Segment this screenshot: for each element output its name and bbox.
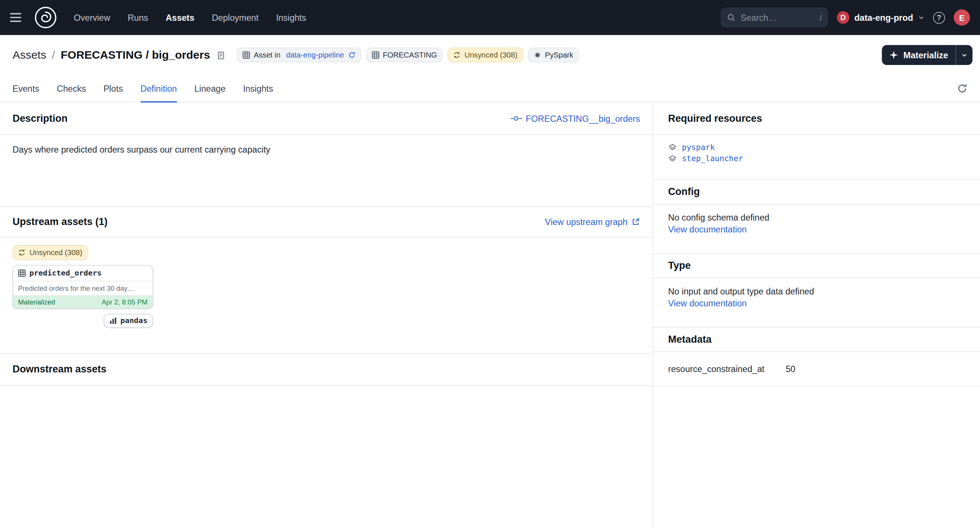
search-box[interactable]: / <box>721 8 828 27</box>
pandas-compute-tag[interactable]: pandas <box>103 314 153 328</box>
asset-node-header: predicted_orders <box>13 266 152 281</box>
tab-plots[interactable]: Plots <box>103 75 123 102</box>
sparkle-icon <box>890 51 899 59</box>
sync-icon <box>453 51 461 59</box>
help-icon[interactable]: ? <box>933 11 945 23</box>
search-input[interactable] <box>741 13 815 23</box>
search-icon <box>727 13 736 22</box>
nav-item-overview[interactable]: Overview <box>74 13 110 23</box>
description-text: Days where predicted orders surpass our … <box>0 135 652 207</box>
asset-group-icon <box>372 51 379 59</box>
description-heading: Description <box>13 113 68 124</box>
materialize-button-group: Materialize <box>882 45 972 65</box>
asset-node-status-bar: Materialized Apr 2, 8:05 PM <box>13 296 152 308</box>
materialize-label: Materialize <box>904 50 948 60</box>
copy-asset-key-icon[interactable] <box>216 51 226 60</box>
type-empty-text: No input and output type data defined <box>668 286 965 296</box>
resource-name: pyspark <box>682 143 715 152</box>
metadata-key: resource_constrained_at <box>653 352 786 386</box>
nav-item-insights[interactable]: Insights <box>276 13 306 23</box>
upstream-unsynced-badge[interactable]: Unsynced (308) <box>13 245 88 260</box>
chevron-down-icon <box>918 14 924 21</box>
materialize-dropdown-button[interactable] <box>956 45 972 65</box>
resource-layers-icon <box>668 143 677 152</box>
nav-item-runs[interactable]: Runs <box>128 13 148 23</box>
nav-item-assets[interactable]: Assets <box>165 13 194 23</box>
downstream-heading: Downstream assets <box>13 364 107 375</box>
nav-links: Overview Runs Assets Deployment Insights <box>74 13 306 23</box>
graph-node-icon <box>511 115 522 122</box>
config-body: No config schema defined View documentat… <box>653 205 980 253</box>
pandas-tag-label: pandas <box>120 316 147 325</box>
upstream-asset-node[interactable]: predicted_orders Predicted orders for th… <box>13 265 153 309</box>
nav-item-deployment[interactable]: Deployment <box>212 13 259 23</box>
upstream-header-row: Upstream assets (1) View upstream graph <box>0 207 652 238</box>
org-name: data-eng-prod <box>854 13 913 23</box>
resource-layers-icon <box>668 154 677 163</box>
config-heading: Config <box>653 179 980 204</box>
tab-insights[interactable]: Insights <box>243 75 273 102</box>
job-graph-link[interactable]: FORECASTING__big_orders <box>511 114 640 124</box>
table-icon <box>18 270 25 277</box>
pipeline-link[interactable]: data-eng-pipeline <box>286 51 344 59</box>
tag-asset-group-label: FORECASTING <box>383 51 437 59</box>
breadcrumb-separator: / <box>52 48 55 61</box>
org-switcher[interactable]: D data-eng-prod <box>837 11 924 24</box>
type-body: No input and output type data defined Vi… <box>653 278 980 327</box>
tag-compute-pyspark[interactable]: PySpark <box>528 48 579 62</box>
dagster-logo-icon[interactable] <box>34 6 57 29</box>
tag-unsynced-label: Unsynced (308) <box>465 51 517 59</box>
config-empty-text: No config schema defined <box>668 212 965 223</box>
upstream-unsynced-label: Unsynced (308) <box>29 248 83 257</box>
sync-icon <box>18 249 25 256</box>
page-refresh-icon[interactable] <box>957 83 968 94</box>
tag-compute-label: PySpark <box>545 51 573 59</box>
resource-link-step-launcher[interactable]: step_launcher <box>668 154 965 163</box>
metadata-table: resource_constrained_at 50 <box>653 352 980 386</box>
user-avatar[interactable]: E <box>954 9 970 25</box>
downstream-header-row: Downstream assets <box>0 353 652 386</box>
metadata-heading: Metadata <box>653 327 980 352</box>
metadata-row: resource_constrained_at 50 <box>653 352 980 386</box>
tag-asset-in-prefix: Asset in <box>254 51 281 59</box>
tag-unsynced-badge[interactable]: Unsynced (308) <box>448 48 523 62</box>
materialized-timestamp: Apr 2, 8:05 PM <box>102 298 148 305</box>
required-resources-list: pyspark step_launcher <box>653 135 980 180</box>
upstream-assets-body: Unsynced (308) predicted_orders Predicte… <box>0 238 652 353</box>
page-header: Assets / FORECASTING / big_orders Asset … <box>0 35 980 75</box>
dagster-app: Overview Runs Assets Deployment Insights… <box>0 0 980 528</box>
job-graph-link-label: FORECASTING__big_orders <box>526 114 640 124</box>
type-view-documentation-link[interactable]: View documentation <box>668 298 747 308</box>
definition-sidebar: Required resources pyspark step_launcher… <box>653 102 980 528</box>
tab-definition[interactable]: Definition <box>140 75 177 102</box>
external-link-icon <box>632 218 640 226</box>
refresh-icon[interactable] <box>348 51 355 59</box>
asset-node-description: Predicted orders for the next 30 day… <box>13 281 152 296</box>
breadcrumb-assets-link[interactable]: Assets <box>13 48 46 61</box>
materialize-button[interactable]: Materialize <box>882 45 956 65</box>
view-upstream-graph-link[interactable]: View upstream graph <box>545 217 640 227</box>
tab-checks[interactable]: Checks <box>57 75 86 102</box>
materialized-status: Materialized <box>18 298 55 305</box>
view-upstream-graph-label: View upstream graph <box>545 217 627 227</box>
type-heading: Type <box>653 253 980 278</box>
compute-tag-row: pandas <box>13 314 153 328</box>
tag-asset-group[interactable]: FORECASTING <box>366 48 443 62</box>
hamburger-menu-icon[interactable] <box>10 9 26 25</box>
description-header-row: Description FORECASTING__big_orders <box>0 102 652 135</box>
search-shortcut-hint: / <box>819 13 822 22</box>
org-badge: D <box>837 11 850 24</box>
top-nav: Overview Runs Assets Deployment Insights… <box>0 0 980 35</box>
pyspark-icon <box>534 51 541 59</box>
required-resources-heading: Required resources <box>653 102 980 135</box>
asset-node-name: predicted_orders <box>29 269 102 278</box>
asset-tags: Asset in data-eng-pipeline FORECASTING U… <box>237 48 579 62</box>
config-view-documentation-link[interactable]: View documentation <box>668 224 747 234</box>
definition-panel: Description FORECASTING__big_orders Days… <box>0 102 653 528</box>
tab-lineage[interactable]: Lineage <box>194 75 226 102</box>
job-icon <box>242 51 250 59</box>
main-content: Description FORECASTING__big_orders Days… <box>0 102 980 528</box>
resource-link-pyspark[interactable]: pyspark <box>668 143 965 152</box>
tab-events[interactable]: Events <box>13 75 39 102</box>
metadata-value: 50 <box>786 352 980 386</box>
